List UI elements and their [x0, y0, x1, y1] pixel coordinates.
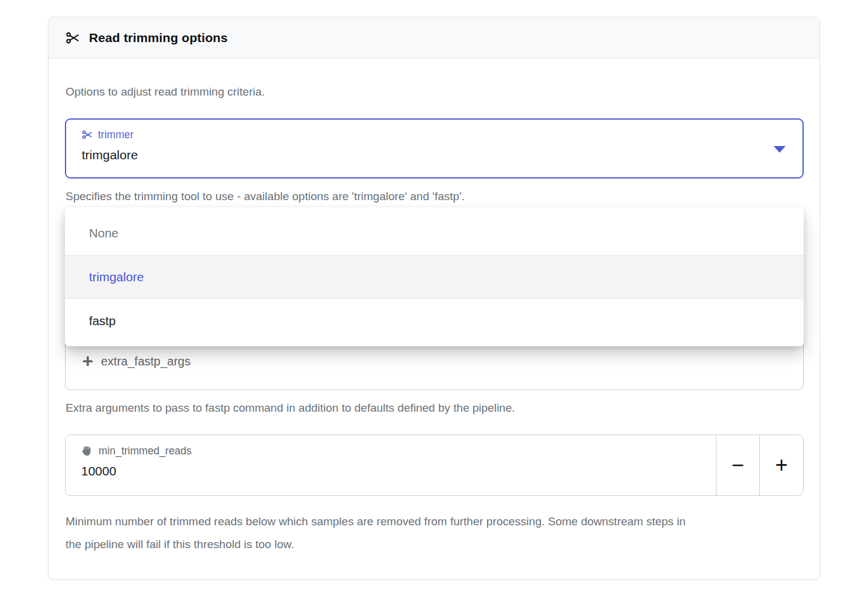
page: { "panel": { "title": "Read trimming opt… [0, 0, 868, 595]
minus-icon: − [732, 453, 744, 478]
scissors-icon [66, 31, 80, 45]
trimmer-label-row: trimmer [82, 128, 787, 141]
dropdown-option-none[interactable]: None [65, 211, 804, 255]
scissors-icon [82, 129, 93, 140]
min-trimmed-help: Minimum number of trimmed reads below wh… [66, 510, 697, 556]
hand-icon [81, 445, 93, 457]
decrease-button[interactable]: − [717, 435, 760, 495]
min-trimmed-label: min_trimmed_reads [99, 444, 192, 457]
trimmer-dropdown-menu: None trimgalore fastp [65, 207, 804, 346]
panel-description: Options to adjust read trimming criteria… [66, 84, 265, 100]
extra-fastp-label-row: extra_fastp_args [81, 355, 191, 368]
extra-fastp-label: extra_fastp_args [101, 355, 191, 368]
read-trimming-panel: Read trimming options Options to adjust … [48, 17, 820, 579]
plus-icon [81, 355, 94, 368]
panel-header: Read trimming options [49, 17, 819, 58]
trimmer-value: trimgalore [82, 147, 787, 163]
trimmer-select[interactable]: trimmer trimgalore [65, 118, 804, 178]
min-trimmed-value: 10000 [81, 463, 700, 480]
panel-title: Read trimming options [89, 31, 228, 45]
plus-icon: + [775, 453, 787, 478]
trimmer-label: trimmer [98, 128, 133, 141]
extra-fastp-help: Extra arguments to pass to fastp command… [66, 400, 515, 416]
increase-button[interactable]: + [760, 435, 803, 495]
dropdown-option-fastp[interactable]: fastp [65, 299, 804, 343]
trimmer-help: Specifies the trimming tool to use - ava… [66, 188, 465, 205]
min-trimmed-reads-group: min_trimmed_reads 10000 − + [65, 435, 804, 496]
min-trimmed-reads-input[interactable]: min_trimmed_reads 10000 [66, 435, 717, 495]
min-trimmed-label-row: min_trimmed_reads [81, 444, 700, 457]
dropdown-option-trimgalore[interactable]: trimgalore [65, 255, 804, 299]
caret-down-icon[interactable] [774, 146, 786, 153]
